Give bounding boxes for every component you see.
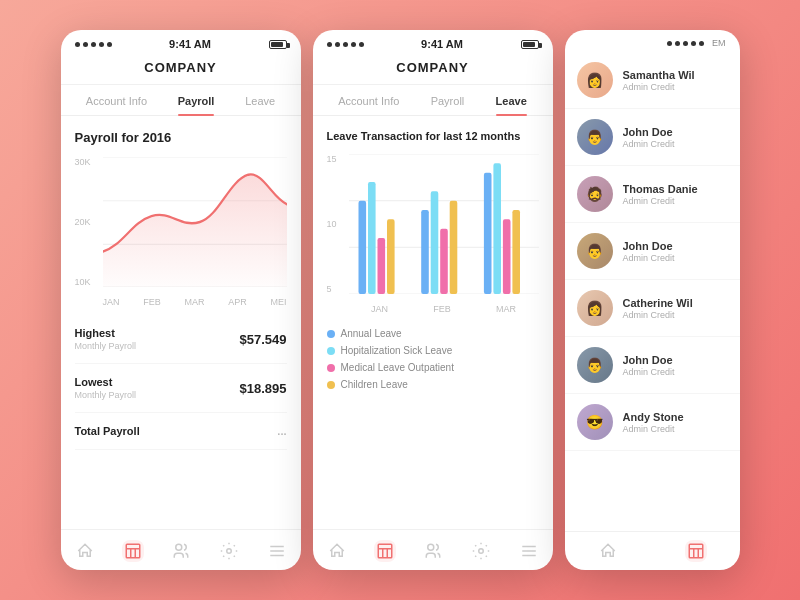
tab-account-info-2[interactable]: Account Info xyxy=(338,95,399,115)
nav-home-2[interactable] xyxy=(326,540,348,562)
bottom-nav-1 xyxy=(61,529,301,570)
person-info-0: Samantha Wil Admin Credit xyxy=(623,69,728,92)
person-info-6: Andy Stone Admin Credit xyxy=(623,411,728,434)
person-info-4: Catherine Wil Admin Credit xyxy=(623,297,728,320)
legend-children: Children Leave xyxy=(327,379,539,390)
stat-lowest-sublabel: Monthly Payroll xyxy=(75,390,137,400)
screen-payroll: 9:41 AM COMPANY Account Info Payroll Lea… xyxy=(61,30,301,570)
y-label-20k: 20K xyxy=(75,217,91,227)
screen-leave: 9:41 AM COMPANY Account Info Payroll Lea… xyxy=(313,30,553,570)
nav-gear-1[interactable] xyxy=(218,540,240,562)
stat-total-value: ... xyxy=(277,425,286,437)
person-role-2: Admin Credit xyxy=(623,196,728,206)
leave-chart: 15 10 5 xyxy=(327,154,539,314)
list-item[interactable]: 😎 Andy Stone Admin Credit xyxy=(565,394,740,451)
tab-leave-2[interactable]: Leave xyxy=(496,95,527,115)
legend-hospitalization: Hopitalization Sick Leave xyxy=(327,345,539,356)
legend-medical: Medical Leave Outpatient xyxy=(327,362,539,373)
stat-highest-value: $57.549 xyxy=(240,332,287,347)
person-info-5: John Doe Admin Credit xyxy=(623,354,728,377)
stat-total-label: Total Payroll xyxy=(75,425,140,437)
person-name-5: John Doe xyxy=(623,354,728,366)
svg-rect-16 xyxy=(377,238,385,294)
tab-payroll-2[interactable]: Payroll xyxy=(431,95,465,115)
avatar: 👨 xyxy=(577,347,613,383)
leave-legend: Annual Leave Hopitalization Sick Leave M… xyxy=(327,322,539,402)
bottom-nav-2 xyxy=(313,529,553,570)
status-bar-2: 9:41 AM xyxy=(313,30,553,54)
person-name-4: Catherine Wil xyxy=(623,297,728,309)
stat-total-info: Total Payroll xyxy=(75,425,140,437)
avatar: 😎 xyxy=(577,404,613,440)
svg-point-28 xyxy=(478,549,483,554)
list-item[interactable]: 👩 Catherine Wil Admin Credit xyxy=(565,280,740,337)
nav-home-3[interactable] xyxy=(597,540,619,562)
avatar: 👨 xyxy=(577,119,613,155)
x-jan: JAN xyxy=(103,297,120,307)
x-apr: APR xyxy=(228,297,247,307)
svg-rect-24 xyxy=(502,219,510,294)
person-name-6: Andy Stone xyxy=(623,411,728,423)
legend-dot-children xyxy=(327,381,335,389)
svg-rect-4 xyxy=(126,544,140,558)
svg-point-5 xyxy=(175,544,181,550)
nav-users-2[interactable] xyxy=(422,540,444,562)
bar-x-mar: MAR xyxy=(496,304,516,314)
legend-label-children: Children Leave xyxy=(341,379,408,390)
battery-icon-1 xyxy=(269,40,287,49)
svg-rect-23 xyxy=(493,163,501,294)
person-name-2: Thomas Danie xyxy=(623,183,728,195)
list-item[interactable]: 👨 John Doe Admin Credit xyxy=(565,337,740,394)
nav-menu-1[interactable] xyxy=(266,540,288,562)
nav-gear-2[interactable] xyxy=(470,540,492,562)
chart-svg-container xyxy=(103,157,287,287)
tab-leave-1[interactable]: Leave xyxy=(245,95,275,115)
signal-dots-3 xyxy=(667,41,704,46)
nav-home-1[interactable] xyxy=(74,540,96,562)
svg-rect-22 xyxy=(483,173,491,294)
tab-payroll-1[interactable]: Payroll xyxy=(178,95,215,115)
nav-menu-2[interactable] xyxy=(518,540,540,562)
avatar: 👨 xyxy=(577,233,613,269)
person-info-1: John Doe Admin Credit xyxy=(623,126,728,149)
legend-label-hospitalization: Hopitalization Sick Leave xyxy=(341,345,453,356)
partial-title: EM xyxy=(712,38,726,48)
stat-highest: Highest Monthly Payroll $57.549 xyxy=(75,315,287,364)
svg-rect-14 xyxy=(358,201,366,294)
stat-highest-label: Highest xyxy=(75,327,137,339)
chart-x-axis: JAN FEB MAR APR MEI xyxy=(103,297,287,307)
y-label-30k: 30K xyxy=(75,157,91,167)
legend-dot-hospitalization xyxy=(327,347,335,355)
list-item[interactable]: 👨 John Doe Admin Credit xyxy=(565,109,740,166)
person-role-4: Admin Credit xyxy=(623,310,728,320)
nav-building-3[interactable] xyxy=(685,540,707,562)
svg-rect-15 xyxy=(368,182,376,294)
app-header-2: COMPANY xyxy=(313,54,553,85)
nav-building-1[interactable] xyxy=(122,540,144,562)
status-time-2: 9:41 AM xyxy=(421,38,463,50)
status-bar-1: 9:41 AM xyxy=(61,30,301,54)
legend-dot-annual xyxy=(327,330,335,338)
nav-building-2[interactable] xyxy=(374,540,396,562)
bar-chart-svg-container xyxy=(349,154,539,294)
person-role-1: Admin Credit xyxy=(623,139,728,149)
list-item[interactable]: 🧔 Thomas Danie Admin Credit xyxy=(565,166,740,223)
tab-account-info-1[interactable]: Account Info xyxy=(86,95,147,115)
svg-rect-32 xyxy=(689,544,703,558)
bar-y-15: 15 xyxy=(327,154,337,164)
leave-title: Leave Transaction for last 12 months xyxy=(327,130,539,142)
avatar: 👩 xyxy=(577,62,613,98)
status-time-1: 9:41 AM xyxy=(169,38,211,50)
payroll-chart: 30K 20K 10K xyxy=(75,157,287,307)
svg-rect-17 xyxy=(387,219,395,294)
x-mei: MEI xyxy=(270,297,286,307)
people-list: 👩 Samantha Wil Admin Credit 👨 John Doe A… xyxy=(565,52,740,531)
person-role-3: Admin Credit xyxy=(623,253,728,263)
person-name-0: Samantha Wil xyxy=(623,69,728,81)
nav-users-1[interactable] xyxy=(170,540,192,562)
svg-point-27 xyxy=(427,544,433,550)
list-item[interactable]: 👨 John Doe Admin Credit xyxy=(565,223,740,280)
svg-rect-20 xyxy=(440,229,448,294)
list-item[interactable]: 👩 Samantha Wil Admin Credit xyxy=(565,52,740,109)
svg-rect-26 xyxy=(378,544,392,558)
